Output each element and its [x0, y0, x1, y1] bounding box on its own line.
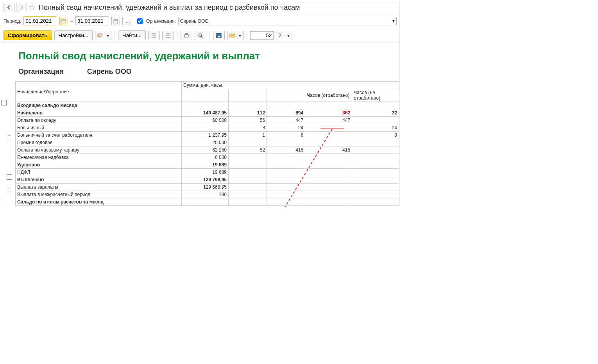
range-dash: – — [70, 18, 73, 24]
table-row[interactable]: Больничный32424 — [16, 124, 399, 132]
magnifier-icon — [198, 33, 203, 38]
collapse-toggle[interactable]: − — [1, 100, 7, 105]
table-row[interactable]: Сальдо по итогам расчетов за месяц — [16, 198, 399, 206]
org-select[interactable]: Сирень ООО ▾ — [178, 17, 397, 25]
preview-button[interactable] — [195, 31, 206, 40]
chevron-down-icon: ▾ — [107, 33, 109, 38]
org-label: Организация: — [146, 18, 176, 24]
report-title: Полный свод начислений, удержаний и выпл… — [15, 43, 399, 68]
floppy-icon — [216, 33, 222, 38]
table-row[interactable]: Удержано19 689 — [16, 161, 399, 169]
table-row[interactable]: Премия годовая20 000 — [16, 139, 399, 146]
table-row[interactable]: Входящее сальдо месяца — [16, 102, 399, 109]
table-row[interactable]: Выплата зарплаты129 668,95 — [16, 184, 399, 191]
arrow-left-icon — [7, 5, 11, 10]
col-header-name: Начисление/Удержание — [16, 82, 182, 102]
svg-rect-0 — [62, 20, 66, 23]
svg-line-14 — [201, 36, 203, 38]
collapse-icon — [166, 33, 170, 38]
stack-icon — [97, 33, 103, 38]
table-row[interactable]: Выплата в межрасчетный период130 — [16, 191, 399, 198]
sigma-icon: Σ — [279, 33, 282, 38]
svg-rect-16 — [218, 36, 220, 37]
scale-input[interactable] — [250, 31, 274, 40]
period-label: Период: — [4, 18, 21, 24]
svg-rect-11 — [184, 35, 188, 37]
titlebar: Полный свод начислений, удержаний и выпл… — [1, 1, 399, 14]
table-row[interactable]: Начислено149 487,9511289486232 — [16, 109, 399, 117]
svg-rect-5 — [99, 33, 102, 36]
collapse-all-button[interactable] — [162, 31, 174, 40]
org-select-value: Сирень ООО — [180, 18, 209, 24]
collapse-toggle[interactable]: − — [7, 186, 12, 191]
outline-gutter: − − − − — [1, 43, 15, 206]
col-header-sum: Сумма, дни, часы — [182, 82, 399, 89]
table-row[interactable]: Выплачено129 798,95 — [16, 176, 399, 184]
printer-icon — [184, 33, 189, 38]
form-button[interactable]: Сформировать — [4, 30, 52, 40]
find-button[interactable]: Найти... — [118, 30, 146, 40]
table-row[interactable]: Оплата по часовому тарифу62 25052415415 — [16, 146, 399, 154]
date-from-input[interactable] — [23, 16, 57, 25]
chevron-down-icon: ▾ — [239, 33, 241, 38]
report-window: Полный свод начислений, удержаний и выпл… — [1, 1, 399, 206]
table-row[interactable]: Больничный за счет работодателя1 237,951… — [16, 132, 399, 139]
col-subheader-worked: Часов (отработано) — [305, 89, 352, 102]
table-row[interactable]: Оплата по окладу60 00056447447 — [16, 117, 399, 124]
calendar-icon — [61, 19, 66, 23]
actions-toolbar: Сформировать Настройки... ▾ Найти... ▾ — [1, 28, 399, 43]
sigma-button[interactable]: Σ ▾ — [276, 31, 292, 40]
org-checkbox[interactable] — [137, 18, 143, 24]
report-org-label: Организация — [18, 68, 64, 76]
variants-button[interactable]: ▾ — [95, 31, 111, 40]
table-row[interactable]: НДФЛ19 689 — [16, 169, 399, 176]
chevron-down-icon: ▾ — [287, 33, 290, 38]
date-to-calendar-button[interactable] — [111, 17, 120, 25]
table-row[interactable]: Ежемесячная надбавка6 000 — [16, 154, 399, 161]
expand-icon — [152, 33, 156, 38]
date-to-input[interactable] — [75, 16, 109, 25]
report-table: Начисление/Удержание Сумма, дни, часы Ча… — [15, 81, 399, 206]
date-from-calendar-button[interactable] — [59, 17, 68, 25]
report-org-name: Сирень ООО — [87, 68, 132, 76]
svg-rect-12 — [185, 34, 188, 35]
nav-forward-button[interactable] — [16, 3, 27, 12]
save-button[interactable] — [213, 31, 225, 40]
print-button[interactable] — [181, 31, 192, 40]
col-subheader-notworked: Часов (не отработано) — [352, 89, 399, 102]
period-toolbar: Период: – … Организация: Сирень ООО ▾ — [1, 14, 399, 28]
envelope-icon — [229, 34, 235, 37]
svg-rect-2 — [114, 20, 118, 23]
arrow-right-icon — [19, 5, 24, 10]
star-icon[interactable] — [29, 4, 36, 11]
email-button[interactable]: ▾ — [227, 31, 243, 40]
period-picker-button[interactable]: … — [122, 17, 133, 25]
collapse-toggle[interactable]: − — [7, 174, 12, 180]
nav-back-button[interactable] — [4, 3, 14, 12]
dropdown-icon: ▾ — [392, 18, 395, 24]
settings-button[interactable]: Настройки... — [54, 30, 93, 40]
expand-all-button[interactable] — [148, 31, 160, 40]
page-title: Полный свод начислений, удержаний и выпл… — [39, 4, 300, 12]
calendar-icon — [113, 19, 118, 23]
collapse-toggle[interactable]: − — [7, 133, 12, 138]
svg-point-13 — [199, 34, 202, 37]
